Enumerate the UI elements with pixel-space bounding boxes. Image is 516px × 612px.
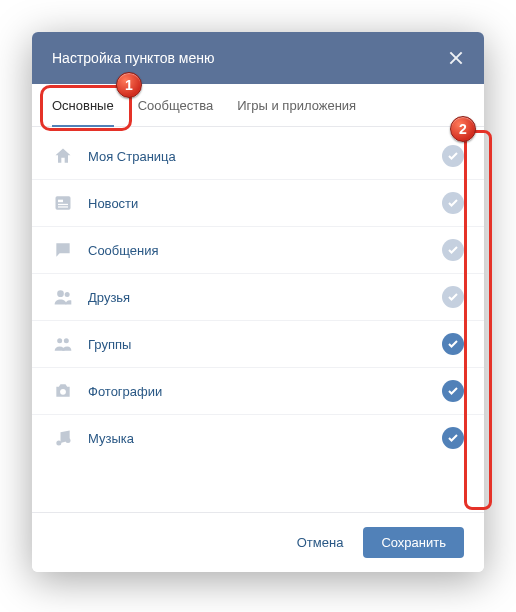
annotation-badge-1: 1 bbox=[116, 72, 142, 98]
svg-point-5 bbox=[65, 292, 70, 297]
cancel-button[interactable]: Отмена bbox=[291, 527, 350, 558]
save-button[interactable]: Сохранить bbox=[363, 527, 464, 558]
check-icon[interactable] bbox=[442, 145, 464, 167]
messages-icon bbox=[52, 239, 74, 261]
list-item[interactable]: Новости bbox=[32, 179, 484, 226]
list-item[interactable]: Группы bbox=[32, 320, 484, 367]
svg-point-6 bbox=[57, 338, 62, 343]
svg-rect-1 bbox=[58, 200, 63, 203]
check-icon[interactable] bbox=[442, 239, 464, 261]
svg-point-9 bbox=[56, 441, 61, 446]
check-icon[interactable] bbox=[442, 427, 464, 449]
tab-games-apps[interactable]: Игры и приложения bbox=[237, 98, 356, 126]
item-label: Друзья bbox=[88, 290, 428, 305]
item-label: Моя Страница bbox=[88, 149, 428, 164]
annotation-badge-2: 2 bbox=[450, 116, 476, 142]
list-item[interactable]: Фотографии bbox=[32, 367, 484, 414]
svg-point-4 bbox=[57, 290, 64, 297]
dialog: Настройка пунктов меню Основные Сообщест… bbox=[32, 32, 484, 572]
item-label: Группы bbox=[88, 337, 428, 352]
svg-point-8 bbox=[60, 389, 66, 395]
svg-point-7 bbox=[64, 338, 69, 343]
home-icon bbox=[52, 145, 74, 167]
close-icon[interactable] bbox=[448, 50, 464, 66]
list-item[interactable]: Музыка bbox=[32, 414, 484, 461]
svg-rect-2 bbox=[58, 204, 68, 205]
check-icon[interactable] bbox=[442, 192, 464, 214]
groups-icon bbox=[52, 333, 74, 355]
friends-icon bbox=[52, 286, 74, 308]
list-item[interactable]: Друзья bbox=[32, 273, 484, 320]
item-label: Фотографии bbox=[88, 384, 428, 399]
check-icon[interactable] bbox=[442, 380, 464, 402]
news-icon bbox=[52, 192, 74, 214]
tab-communities[interactable]: Сообщества bbox=[138, 98, 214, 126]
check-icon[interactable] bbox=[442, 286, 464, 308]
menu-items-list: Моя Страница Новости Сообщения bbox=[32, 127, 484, 461]
dialog-title: Настройка пунктов меню bbox=[52, 50, 214, 66]
menu-items-scroll[interactable]: Моя Страница Новости Сообщения bbox=[32, 127, 484, 512]
photos-icon bbox=[52, 380, 74, 402]
svg-rect-3 bbox=[58, 206, 68, 207]
list-item[interactable]: Сообщения bbox=[32, 226, 484, 273]
svg-point-10 bbox=[66, 438, 71, 443]
dialog-header: Настройка пунктов меню bbox=[32, 32, 484, 84]
svg-rect-0 bbox=[56, 196, 71, 209]
list-item[interactable]: Моя Страница bbox=[32, 133, 484, 179]
check-icon[interactable] bbox=[442, 333, 464, 355]
item-label: Новости bbox=[88, 196, 428, 211]
item-label: Музыка bbox=[88, 431, 428, 446]
dialog-footer: Отмена Сохранить bbox=[32, 512, 484, 572]
tabs: Основные Сообщества Игры и приложения bbox=[32, 84, 484, 127]
music-icon bbox=[52, 427, 74, 449]
tab-main[interactable]: Основные bbox=[52, 98, 114, 127]
item-label: Сообщения bbox=[88, 243, 428, 258]
